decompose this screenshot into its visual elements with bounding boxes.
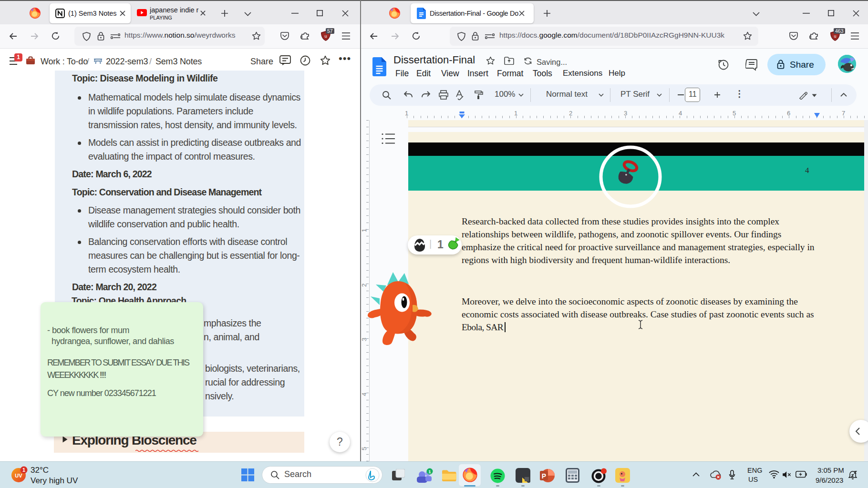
svg-text:u: u <box>834 34 836 39</box>
svg-text:u: u <box>324 34 327 39</box>
svg-text:1: 1 <box>22 467 25 473</box>
svg-text:1: 1 <box>428 469 431 474</box>
svg-text:P: P <box>542 472 546 480</box>
svg-text:UV: UV <box>15 473 22 478</box>
